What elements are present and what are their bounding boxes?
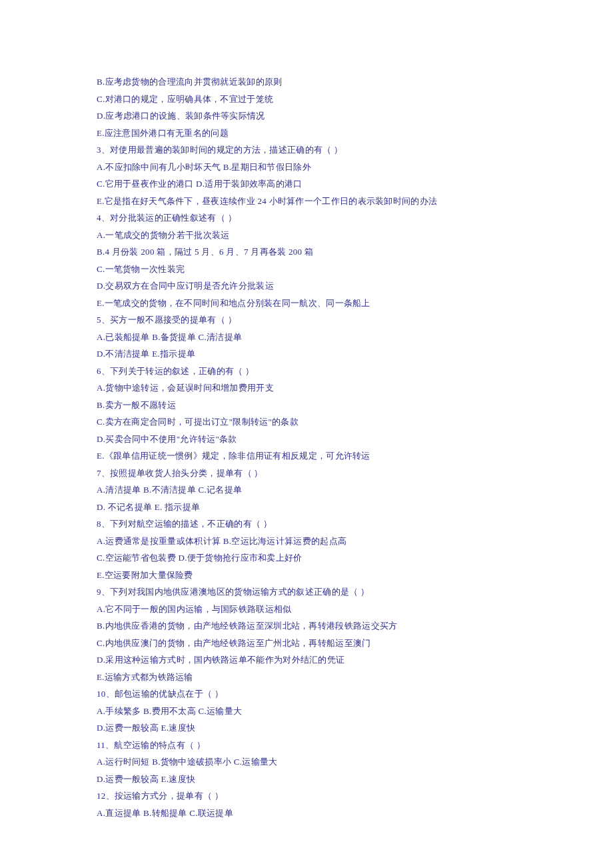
text-line: D.运费一般较高 E.速度快 — [97, 771, 516, 788]
text-line: E.运输方式都为铁路运输 — [97, 669, 516, 686]
text-line: 6、下列关于转运的叙述，正确的有（ ） — [97, 363, 516, 380]
text-line: 4、对分批装运的正确性叙述有（ ） — [97, 209, 516, 227]
text-line: 11、航空运输的特点有（ ） — [97, 737, 516, 754]
text-line: D.运费一般较高 E.速度快 — [97, 719, 516, 737]
text-line: A.它不同于一般的国内运输，与国际铁路联运相似 — [97, 601, 516, 618]
text-line: A.不应扣除中间有几小时坏天气 B.星期日和节假日除外 — [97, 159, 516, 176]
text-line: B.卖方一般不愿转运 — [97, 397, 516, 414]
text-line: 5、买方一般不愿接受的提单有（ ） — [97, 311, 516, 329]
text-line: A.手续繁多 B.费用不太高 C.运输量大 — [97, 703, 516, 720]
text-line: E.《跟单信用证统一惯例》规定，除非信用证有相反规定，可允许转运 — [97, 447, 516, 465]
text-line: 12、按运输方式分，提单有（ ） — [97, 787, 516, 805]
text-line: E.一笔成交的货物，在不同时间和地点分别装在同一航次、同一条船上 — [97, 295, 516, 312]
text-line: D. 不记名提单 E. 指示提单 — [97, 499, 516, 516]
text-line: 8、下列对航空运输的描述，不正确的有（ ） — [97, 515, 516, 533]
text-line: A.已装船提单 B.备货提单 C.清洁提单 — [97, 329, 516, 346]
text-line: 3、对使用最普遍的装卸时间的规定的方法，描述正确的有（ ） — [97, 141, 516, 159]
text-content: B.应考虑货物的合理流向并贯彻就近装卸的原则C.对港口的规定，应明确具体，不宜过… — [97, 73, 516, 821]
text-line: C.它用于昼夜作业的港口 D.适用于装卸效率高的港口 — [97, 175, 516, 193]
text-line: B.应考虑货物的合理流向并贯彻就近装卸的原则 — [97, 73, 516, 91]
text-line: C.内地供应澳门的货物，由产地经铁路运至广州北站，再转船运至澳门 — [97, 635, 516, 652]
text-line: 7、按照提单收货人抬头分类，提单有（ ） — [97, 465, 516, 482]
text-line: A.运行时间短 B.货物中途破损率小 C.运输量大 — [97, 753, 516, 771]
text-line: B.内地供应香港的货物，由产地经铁路运至深圳北站，再转港段铁路运交买方 — [97, 617, 516, 635]
document-page: B.应考虑货物的合理流向并贯彻就近装卸的原则C.对港口的规定，应明确具体，不宜过… — [0, 0, 613, 868]
text-line: C.一笔货物一次性装完 — [97, 261, 516, 278]
text-line: E.应注意国外港口有无重名的问题 — [97, 125, 516, 142]
text-line: A.货物中途转运，会延误时间和增加费用开支 — [97, 379, 516, 397]
text-line: D.采用这种运输方式时，国内铁路运单不能作为对外结汇的凭证 — [97, 651, 516, 669]
text-line: D.不清洁提单 E.指示提单 — [97, 345, 516, 363]
text-line: A.运费通常是按重量或体积计算 B.空运比海运计算运费的起点高 — [97, 533, 516, 550]
text-line: A.一笔成交的货物分若干批次装运 — [97, 227, 516, 244]
text-line: A.清洁提单 B.不清洁提单 C.记名提单 — [97, 481, 516, 499]
text-line: D.应考虑港口的设施、装卸条件等实际情况 — [97, 107, 516, 125]
text-line: A.直运提单 B.转船提单 C.联运提单 — [97, 805, 516, 822]
text-line: 10、邮包运输的优缺点在于（ ） — [97, 685, 516, 703]
text-line: 9、下列对我国内地供应港澳地区的货物运输方式的叙述正确的是（ ） — [97, 583, 516, 601]
text-line: D.交易双方在合同中应订明是否允许分批装运 — [97, 277, 516, 295]
text-line: B.4 月份装 200 箱，隔过 5 月、6 月、7 月再各装 200 箱 — [97, 243, 516, 261]
text-line: C.对港口的规定，应明确具体，不宜过于笼统 — [97, 91, 516, 108]
text-line: E.空运要附加大量保险费 — [97, 567, 516, 584]
text-line: D.买卖合同中不使用"允许转运"条款 — [97, 431, 516, 448]
text-line: C.空运能节省包装费 D.便于货物抢行应市和卖上好价 — [97, 549, 516, 567]
text-line: C.卖方在商定合同时，可提出订立"限制转运"的条款 — [97, 413, 516, 431]
text-line: E.它是指在好天气条件下，昼夜连续作业 24 小时算作一个工作日的表示装卸时间的… — [97, 193, 516, 210]
